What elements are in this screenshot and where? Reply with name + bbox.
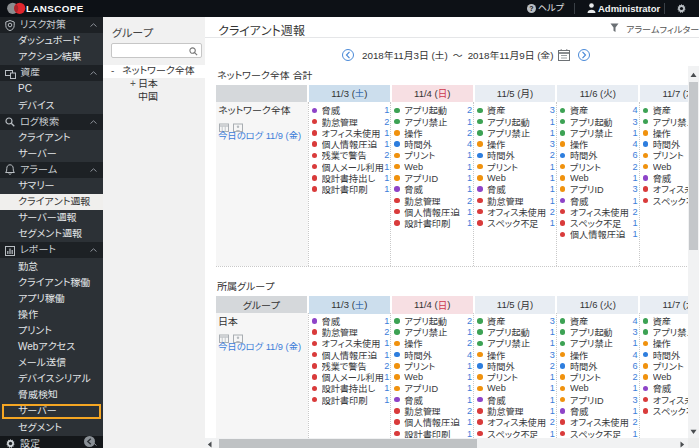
svg-text:?: ? [529, 5, 533, 12]
